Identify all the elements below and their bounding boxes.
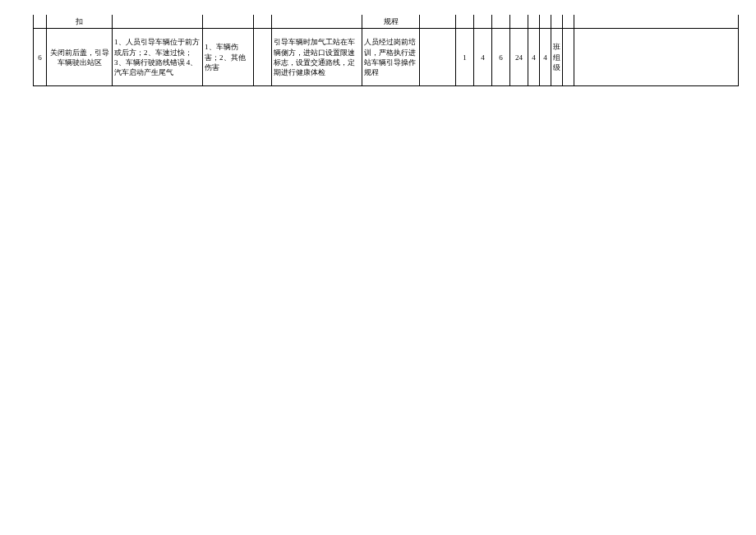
cell <box>474 15 492 29</box>
cell-score: 4 <box>528 29 540 86</box>
cell-level: 班组级 <box>551 29 563 86</box>
cell: 扣 <box>47 15 113 29</box>
risk-table: 扣 规程 6 关闭前后盖，引导车辆驶出站区 1、人员引导车辆位于前方或后方；2、… <box>33 15 739 86</box>
cell <box>272 15 362 29</box>
cell-score: 4 <box>540 29 551 86</box>
cell: 规程 <box>362 15 420 29</box>
cell-score: 4 <box>474 29 492 86</box>
cell-measure: 引导车辆时加气工站在车辆侧方，进站口设置限速标志，设置交通路线，定期进行健康体检 <box>272 29 362 86</box>
cell-regulation: 人员经过岗前培训，严格执行进站车辆引导操作规程 <box>362 29 420 86</box>
cell <box>34 15 47 29</box>
cell <box>528 15 540 29</box>
table-container: 扣 规程 6 关闭前后盖，引导车辆驶出站区 1、人员引导车辆位于前方或后方；2、… <box>33 15 756 86</box>
cell-hazard: 1、人员引导车辆位于前方或后方；2、车速过快；3、车辆行驶路线错误 4、汽车启动… <box>113 29 203 86</box>
cell-consequence: 1、车辆伤害；2、其他伤害 <box>203 29 254 86</box>
cell <box>574 29 739 86</box>
cell-score: 1 <box>456 29 474 86</box>
cell <box>420 29 456 86</box>
cell <box>254 15 272 29</box>
cell <box>574 15 739 29</box>
cell <box>420 15 456 29</box>
cell <box>492 15 510 29</box>
cell <box>540 15 551 29</box>
cell <box>203 15 254 29</box>
cell <box>113 15 203 29</box>
cell <box>456 15 474 29</box>
cell <box>563 29 574 86</box>
cell <box>254 29 272 86</box>
cell-score: 6 <box>492 29 510 86</box>
cell <box>510 15 528 29</box>
cell <box>563 15 574 29</box>
table-row: 扣 规程 <box>34 15 739 29</box>
cell <box>551 15 563 29</box>
table-row: 6 关闭前后盖，引导车辆驶出站区 1、人员引导车辆位于前方或后方；2、车速过快；… <box>34 29 739 86</box>
cell-index: 6 <box>34 29 47 86</box>
cell-score: 24 <box>510 29 528 86</box>
cell-activity: 关闭前后盖，引导车辆驶出站区 <box>47 29 113 86</box>
